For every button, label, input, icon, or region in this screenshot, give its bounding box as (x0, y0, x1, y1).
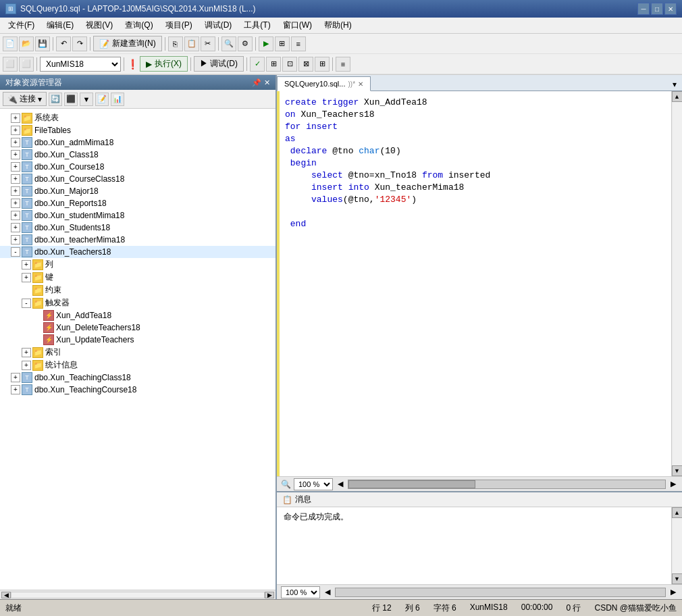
redo-btn[interactable]: ↷ (72, 36, 87, 51)
menu-query[interactable]: 查询(Q) (120, 18, 158, 32)
vscroll-up-btn[interactable]: ▲ (672, 91, 683, 102)
editor-zoom-right-btn[interactable]: ▶ (668, 480, 678, 488)
tab-menu-button[interactable]: ▾ (667, 78, 682, 91)
menu-project[interactable]: 项目(P) (160, 18, 198, 32)
tb2-btn2[interactable]: ⬜ (19, 57, 34, 72)
tree-item-indexes[interactable]: + 📁 索引 (0, 346, 276, 359)
expand-major18[interactable]: + (11, 186, 20, 196)
search-btn[interactable]: 🔍 (221, 36, 236, 51)
messages-zoom-select[interactable]: 100 % (281, 586, 320, 598)
explorer-pin-icon[interactable]: 📌 (252, 78, 261, 87)
tree-scroll-left[interactable]: ◀ (1, 592, 11, 598)
new-query-button[interactable]: 📝 新建查询(N) (93, 36, 162, 51)
explorer-stop-btn[interactable]: ⬛ (64, 93, 78, 106)
tree-item-systables[interactable]: + 📁 系统表 (0, 111, 276, 124)
database-dropdown[interactable]: XunMIS18 (40, 57, 121, 72)
tree-item-addtea18[interactable]: ⚡ Xun_AddTea18 (0, 309, 276, 322)
check-btn[interactable]: ✓ (250, 57, 265, 72)
tb2-more[interactable]: ≡ (336, 57, 350, 72)
expand-studentmima[interactable]: + (11, 211, 20, 220)
expand-students18[interactable]: + (11, 223, 20, 232)
tree-item-reports18[interactable]: + T dbo.Xun_Reports18 (0, 197, 276, 209)
tb2-btn4[interactable]: ⊡ (282, 57, 297, 72)
messages-vscrollbar[interactable]: ▲ ▼ (671, 507, 682, 584)
explorer-refresh-btn[interactable]: 🔄 (49, 93, 62, 106)
more-btn[interactable]: ≡ (291, 36, 306, 51)
messages-hscroll-track[interactable] (335, 588, 666, 597)
maximize-button[interactable]: □ (651, 3, 663, 15)
connect-button[interactable]: 🔌 连接 ▾ (3, 92, 47, 106)
editor-zoom-left-btn[interactable]: ◀ (336, 480, 345, 488)
paste-btn[interactable]: 📋 (184, 36, 199, 51)
tree-item-admmima[interactable]: + T dbo.Xun_admMima18 (0, 136, 276, 149)
explorer-newquery-btn[interactable]: 📝 (95, 93, 109, 106)
expand-keys[interactable]: + (22, 273, 31, 282)
expand-teachingclass[interactable]: + (11, 373, 20, 382)
tab-close-btn[interactable]: ✕ (358, 80, 363, 88)
explorer-close-icon[interactable]: ✕ (264, 78, 270, 87)
new-file-btn[interactable]: 📄 (3, 36, 18, 51)
tree-item-deletetea18[interactable]: ⚡ Xun_DeleteTeachers18 (0, 322, 276, 334)
menu-debug[interactable]: 调试(D) (199, 18, 238, 32)
editor-zoom-select[interactable]: 100 % (294, 478, 333, 490)
explorer-filter-btn[interactable]: ▼ (80, 93, 93, 106)
tree-item-students18[interactable]: + T dbo.Xun_Students18 (0, 222, 276, 234)
tb2-btn6[interactable]: ⊞ (315, 57, 330, 72)
undo-btn[interactable]: ↶ (56, 36, 71, 51)
tree-item-updatetea[interactable]: ⚡ Xun_UpdateTeachers (0, 334, 276, 346)
expand-triggers[interactable]: - (22, 299, 31, 308)
expand-admmima[interactable]: + (11, 138, 20, 147)
tree-item-teachingcourse[interactable]: + T dbo.Xun_TeachingCourse18 (0, 384, 276, 396)
expand-indexes[interactable]: + (22, 348, 31, 357)
tb2-btn1[interactable]: ⬜ (3, 57, 18, 72)
tree-item-major18[interactable]: + T dbo.Xun_Major18 (0, 185, 276, 197)
tree-item-teachermima[interactable]: + T dbo.Xun_teacherMima18 (0, 234, 276, 246)
copy-btn[interactable]: ⎘ (168, 36, 183, 51)
tree-item-teachers18[interactable]: - T dbo.Xun_Teachers18 (0, 246, 276, 258)
expand-course18[interactable]: + (11, 162, 20, 172)
tree-scroll-right[interactable]: ▶ (265, 592, 274, 598)
expand-reports18[interactable]: + (11, 199, 20, 208)
tree-item-filetables[interactable]: + 📁 FileTables (0, 124, 276, 136)
expand-teachermima[interactable]: + (11, 235, 20, 245)
expand-filetables[interactable]: + (11, 126, 20, 135)
expand-courseclass18[interactable]: + (11, 174, 20, 184)
expand-class18[interactable]: + (11, 150, 20, 159)
menu-view[interactable]: 视图(V) (80, 18, 118, 32)
expand-stats[interactable]: + (22, 361, 31, 370)
expand-teachingcourse[interactable]: + (11, 385, 20, 394)
editor-vscrollbar[interactable]: ▲ ▼ (671, 91, 682, 476)
tab-sqlquery10[interactable]: SQLQuery10.sql... ))* ✕ (277, 76, 371, 91)
tree-item-constraints[interactable]: 📁 约束 (0, 284, 276, 297)
save-btn[interactable]: 💾 (35, 36, 50, 51)
close-button[interactable]: ✕ (664, 3, 677, 15)
run-green-btn[interactable]: ▶ (259, 36, 273, 51)
cut-btn[interactable]: ✂ (201, 36, 215, 51)
tree-item-stats[interactable]: + 📁 统计信息 (0, 359, 276, 371)
editor-hscroll-thumb[interactable] (348, 480, 475, 488)
tree-item-cols[interactable]: + 📁 列 (0, 258, 276, 271)
tree-item-teachingclass[interactable]: + T dbo.Xun_TeachingClass18 (0, 371, 276, 384)
tb2-btn3[interactable]: ⊞ (266, 57, 281, 72)
settings-btn[interactable]: ⚙ (238, 36, 253, 51)
tree-item-course18[interactable]: + T dbo.Xun_Course18 (0, 161, 276, 173)
tree-item-courseclass18[interactable]: + T dbo.Xun_CourseClass18 (0, 173, 276, 185)
tb2-btn5[interactable]: ⊠ (298, 57, 313, 72)
expand-systables[interactable]: + (11, 113, 20, 123)
menu-file[interactable]: 文件(F) (3, 18, 40, 32)
msg-vscroll-up-btn[interactable]: ▲ (672, 507, 683, 518)
tree-item-keys[interactable]: + 📁 键 (0, 271, 276, 284)
editor-hscroll-track[interactable] (348, 480, 666, 489)
sql-editor[interactable]: create trigger Xun_AddTea18 on Xun_Teach… (277, 91, 671, 476)
tree-item-studentmima[interactable]: + T dbo.Xun_studentMima18 (0, 209, 276, 222)
tree-item-triggers-folder[interactable]: - 📁 触发器 (0, 297, 276, 309)
menu-tools[interactable]: 工具(T) (238, 18, 276, 32)
menu-window[interactable]: 窗口(W) (278, 18, 317, 32)
msg-vscroll-down-btn[interactable]: ▼ (672, 573, 683, 584)
menu-edit[interactable]: 编辑(E) (41, 18, 79, 32)
grid-btn[interactable]: ⊞ (275, 36, 290, 51)
vscroll-down-btn[interactable]: ▼ (672, 465, 683, 476)
stop-button[interactable]: ▶ 调试(D) (194, 56, 244, 72)
tree-hscrollbar[interactable]: ◀ ▶ (0, 590, 276, 599)
msg-zoom-left-btn[interactable]: ◀ (323, 588, 332, 596)
